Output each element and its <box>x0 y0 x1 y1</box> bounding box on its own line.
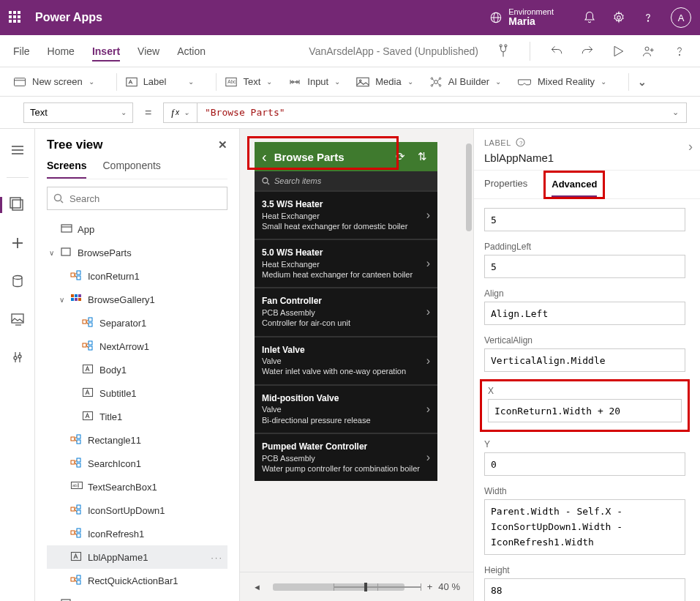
rail-data[interactable] <box>0 269 35 294</box>
app-checker-icon[interactable] <box>496 44 511 59</box>
part-row[interactable]: Inlet ValveValveWater inlet valve with o… <box>255 336 437 384</box>
canvas-scrollbar-h[interactable]: ◄ ► <box>253 583 315 591</box>
settings-icon[interactable] <box>612 11 625 24</box>
phone-preview[interactable]: ‹ Browse Parts ⟳ ⇅ Search items 3.5 W/S … <box>255 142 437 481</box>
environment-picker[interactable]: Environment Maria <box>489 7 554 27</box>
notifications-icon[interactable] <box>583 11 596 24</box>
part-row[interactable]: Fan ControllerPCB AssemblyController for… <box>255 287 437 335</box>
tree-node-Title1[interactable]: Title1 <box>47 405 227 428</box>
undo-icon[interactable] <box>549 44 564 59</box>
tree-node-Separator1[interactable]: Separator1 <box>47 311 227 335</box>
rail-tree-view[interactable] <box>0 193 35 217</box>
chevron-right-icon[interactable]: › <box>426 257 430 270</box>
tree-search-input[interactable] <box>69 193 221 204</box>
prop-tab-properties[interactable]: Properties <box>484 171 527 198</box>
share-icon[interactable] <box>641 44 656 59</box>
redo-icon[interactable] <box>580 44 595 59</box>
chevron-right-icon[interactable]: › <box>426 451 430 464</box>
formula-expand[interactable]: ⌄ <box>665 108 686 117</box>
label-button[interactable]: Label ⌄ <box>126 76 195 87</box>
field-paddingtop-value[interactable]: 5 <box>484 208 685 231</box>
tree-node-BrowseGallery1[interactable]: ∨BrowseGallery1 <box>47 288 227 311</box>
tree-tab-screens[interactable]: Screens <box>47 160 86 179</box>
field-y-value[interactable]: 0 <box>484 452 685 476</box>
chevron-right-icon[interactable]: › <box>426 209 430 222</box>
rail-media[interactable] <box>0 307 35 332</box>
field-align-value[interactable]: Align.Left <box>484 302 685 325</box>
info-icon[interactable]: ? <box>516 138 525 147</box>
tree-list[interactable]: App∨BrowsePartsIconReturn1∨BrowseGallery… <box>47 217 227 601</box>
tree-node-Body1[interactable]: Body1 <box>47 358 227 381</box>
tree-close-icon[interactable]: ✕ <box>218 138 227 152</box>
menu-file[interactable]: File <box>13 45 30 57</box>
tree-node-BrowseParts[interactable]: ∨BrowseParts <box>47 241 227 264</box>
field-width-value[interactable]: Parent.Width - Self.X - IconSortUpDown1.… <box>484 499 685 555</box>
tree-tab-components[interactable]: Components <box>102 160 160 179</box>
part-row[interactable]: 5.0 W/S HeaterHeat ExchangerMedium heat … <box>255 239 437 287</box>
ai-builder-menu[interactable]: AI Builder⌄ <box>429 76 501 88</box>
tree-node-Rectangle11[interactable]: Rectangle11 <box>47 428 227 452</box>
waffle-icon[interactable] <box>9 11 22 24</box>
tree-node-RectQuickActionBar1[interactable]: RectQuickActionBar1 <box>47 569 227 592</box>
sort-icon[interactable]: ⇅ <box>414 150 430 163</box>
panel-collapse-icon[interactable]: › <box>688 139 693 154</box>
user-avatar[interactable]: A <box>671 7 691 28</box>
tree-node-SearchIcon1[interactable]: SearchIcon1 <box>47 452 227 475</box>
part-row[interactable]: Mid-position ValveValveBi-directional pr… <box>255 384 437 433</box>
caret-icon[interactable]: ∨ <box>47 249 56 257</box>
menu-action[interactable]: Action <box>177 45 206 57</box>
tree-node-IconRefresh1[interactable]: IconRefresh1 <box>47 522 227 545</box>
mixed-reality-menu[interactable]: Mixed Reality⌄ <box>517 76 606 87</box>
zoom-in-icon[interactable]: + <box>427 581 433 592</box>
chevron-right-icon[interactable]: › <box>426 354 430 367</box>
canvas-scrollbar-v[interactable] <box>466 143 472 564</box>
refresh-icon[interactable]: ⟳ <box>392 150 408 163</box>
node-more-icon[interactable]: ··· <box>211 552 227 563</box>
prop-tab-advanced[interactable]: Advanced <box>552 179 597 197</box>
chevron-right-icon[interactable]: › <box>426 305 430 318</box>
media-menu[interactable]: Media⌄ <box>356 76 413 87</box>
tree-node-TextSearchBox1[interactable]: abTextSearchBox1 <box>47 475 227 499</box>
tree-search[interactable] <box>47 187 227 210</box>
tree-node-Subtitle1[interactable]: Subtitle1 <box>47 381 227 405</box>
ribbon-overflow[interactable]: ⌄ <box>638 76 647 88</box>
part-row[interactable]: Pumped Water ControllerPCB AssemblyWater… <box>255 433 437 481</box>
formula-input[interactable]: "Browse Parts" <box>197 103 665 122</box>
phone-search[interactable]: Search items <box>255 171 437 190</box>
canvas-area[interactable]: ‹ Browse Parts ⟳ ⇅ Search items 3.5 W/S … <box>240 129 473 601</box>
caret-icon[interactable]: ∨ <box>57 296 66 304</box>
tree-node-LblAppName1[interactable]: LblAppName1··· <box>47 545 227 569</box>
properties-scroll[interactable]: 5 PaddingLeft 5 Align Align.Left Vertica… <box>474 199 700 601</box>
rail-insert[interactable] <box>0 231 35 255</box>
tree-node-IconReturn1[interactable]: IconReturn1 <box>47 264 227 288</box>
svg-rect-53 <box>78 294 81 297</box>
control-name[interactable]: LblAppName1 <box>484 152 690 164</box>
field-paddingleft-value[interactable]: 5 <box>484 255 685 278</box>
menu-insert[interactable]: Insert <box>92 45 120 61</box>
menu-home[interactable]: Home <box>48 45 75 57</box>
input-menu[interactable]: Input⌄ <box>288 76 340 87</box>
help2-icon[interactable] <box>672 44 687 59</box>
back-icon[interactable]: ‹ <box>262 149 267 165</box>
menu-view[interactable]: View <box>138 45 159 57</box>
tree-node-NextArrow1[interactable]: NextArrow1 <box>47 335 227 358</box>
play-icon[interactable] <box>611 44 625 59</box>
help-icon[interactable] <box>641 11 655 24</box>
fx-label[interactable]: fx⌄ <box>164 103 197 122</box>
property-selector[interactable]: Text⌄ <box>23 102 133 123</box>
tree-node-PartDetails[interactable]: >PartDetails <box>47 592 227 601</box>
part-name: Mid-position Valve <box>262 393 426 405</box>
part-row[interactable]: 3.5 W/S HeaterHeat ExchangerSmall heat e… <box>255 190 437 239</box>
tree-node-App[interactable]: App <box>47 217 227 241</box>
field-valign-value[interactable]: VerticalAlign.Middle <box>484 348 685 372</box>
chevron-right-icon[interactable]: › <box>426 403 430 416</box>
phone-title[interactable]: Browse Parts <box>273 151 386 163</box>
new-screen-button[interactable]: New screen⌄ <box>13 76 94 87</box>
field-x-value[interactable]: IconReturn1.Width + 20 <box>488 399 682 422</box>
text-menu[interactable]: Abc Text⌄ <box>225 76 272 87</box>
part-desc: Medium heat exchanger for canteen boiler <box>262 269 426 280</box>
tree-node-IconSortUpDown1[interactable]: IconSortUpDown1 <box>47 499 227 522</box>
field-height-value[interactable]: 88 <box>484 578 685 601</box>
rail-hamburger[interactable] <box>0 138 35 163</box>
rail-tools[interactable] <box>0 345 35 370</box>
